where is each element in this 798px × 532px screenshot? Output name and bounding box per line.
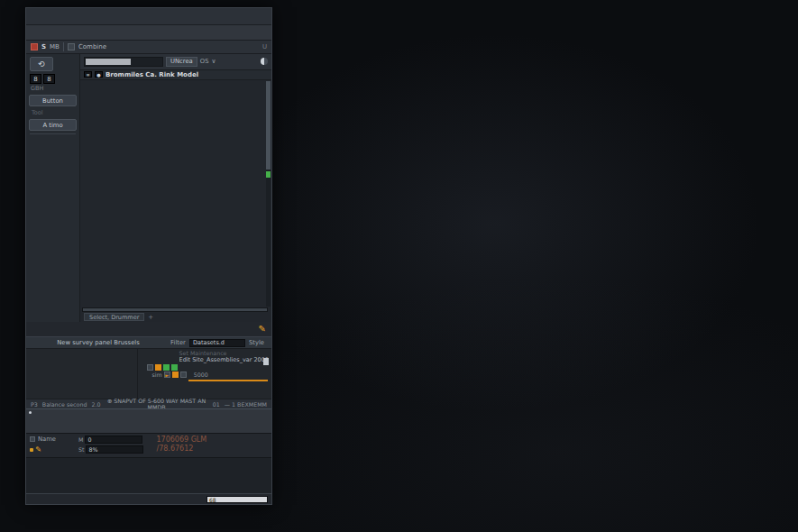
status-num: 2.0 [91, 401, 100, 408]
field-input[interactable]: 8% [86, 445, 143, 454]
bottom-panel-header: New survey panel Brussels Filter Dataset… [26, 337, 271, 349]
toggle-dot-icon[interactable]: ● [95, 71, 103, 78]
display-cell: 8 [43, 74, 55, 84]
toggle-list-icon[interactable]: ≡ [84, 71, 92, 78]
name-row: Name ✎ M 0 St 8% 1706069 GLM /78.67612 [26, 433, 271, 457]
readout-line2: /78.67612 [156, 445, 206, 454]
sim-label: sim [152, 371, 162, 378]
pencil-icon[interactable]: ✎ [35, 445, 41, 454]
detail-dim-text: Set Maintenance [179, 350, 269, 356]
progress-bar: 68 [206, 496, 268, 503]
right-label: U [262, 43, 267, 50]
field-key: St [78, 446, 84, 453]
tree-header: ≡ ● Brommiles Ca. Rink Model [80, 70, 271, 80]
field-m: M 0 [78, 436, 143, 444]
play-cell-icon[interactable]: ► [164, 371, 170, 378]
panel-gap: ✎ [26, 322, 271, 336]
refresh-button[interactable]: ⟲ [30, 57, 53, 71]
filter-label: Filter [170, 339, 186, 346]
tree-search-row: UNcrea OS ∨ [80, 54, 271, 70]
tree-footer: Select, Drummer + [80, 312, 271, 322]
footer-tab[interactable]: Select, Drummer [84, 313, 144, 321]
indicator-dot [29, 411, 32, 414]
style-label: Style [249, 339, 264, 346]
status-deg: 01 [213, 401, 220, 408]
menu-bar [26, 8, 271, 25]
status-selection: — 1 BEXMEMM [225, 401, 267, 408]
status-text: Balance second [42, 401, 87, 408]
tree-panel: UNcrea OS ∨ ≡ ● Brommiles Ca. Rink Model… [80, 54, 271, 322]
bottom-panel: New survey panel Brussels Filter Dataset… [26, 336, 271, 408]
count-value: 5000 [194, 371, 208, 378]
button-2[interactable]: A timo [29, 119, 77, 131]
tool-label: Tool [32, 109, 78, 116]
search-input[interactable] [84, 57, 163, 67]
detail-main-text: Edit Site_Assemblies_var 2000 [179, 356, 269, 363]
dropdown-uncrea[interactable]: UNcrea [166, 57, 197, 67]
os-label: OS [200, 58, 209, 65]
refresh-icon: ⟲ [38, 60, 45, 69]
dataset-detail: Set Maintenance Edit Site_Assemblies_var… [138, 349, 271, 399]
field-st: St 8% [78, 445, 143, 454]
green-cell[interactable] [171, 364, 178, 371]
detail-cells-row1 [147, 364, 269, 371]
tree-row-list [80, 80, 271, 307]
field-key: M [78, 436, 83, 443]
toolbar-secondary [26, 25, 271, 41]
field-input[interactable]: 0 [85, 436, 142, 444]
detail-cells-row2: sim ► 5000 [147, 371, 269, 378]
dataset-table [26, 349, 138, 399]
gbh-label: GBH [31, 85, 78, 92]
divider [30, 133, 76, 134]
combine-icon[interactable] [68, 43, 75, 50]
edit-pencil-icon[interactable]: ✎ [259, 324, 266, 334]
orange-cell[interactable] [155, 364, 161, 371]
status-mode: P3 [31, 401, 38, 408]
s-icon[interactable]: S [41, 43, 46, 50]
cell-icon[interactable] [180, 371, 187, 378]
mb-label: MB [50, 43, 60, 50]
filter-input[interactable]: Datasets.d [189, 339, 245, 347]
rail-display: 8 8 [30, 74, 78, 84]
status-bar: P3 Balance second 2.0 ⊕ SNAPVT OF 5-600 … [26, 399, 271, 408]
name-icon [30, 436, 35, 442]
orange-dot-icon [30, 448, 33, 452]
orange-cell[interactable] [172, 371, 179, 378]
document-icon[interactable] [263, 358, 269, 365]
scrollbar-green-marker [266, 171, 271, 178]
left-rail: ⟲ 8 8 GBH Button Tool A timo [26, 54, 80, 322]
vertical-scrollbar[interactable] [266, 81, 271, 307]
name-label: Name [38, 436, 56, 443]
readout-line1: 1706069 GLM [156, 436, 206, 445]
bottom-panel-title: New survey panel Brussels [30, 339, 167, 346]
progress-row: 68 [26, 493, 271, 504]
button-1[interactable]: Button [29, 95, 77, 106]
tree-title: Brommiles Ca. Rink Model [105, 71, 198, 78]
chevron-down-icon[interactable]: ∨ [211, 58, 216, 65]
search-progress [86, 59, 131, 65]
app-panel: S MB Combine U ⟲ 8 8 GBH Button Tool A t… [25, 7, 272, 505]
toolbar-tertiary: S MB Combine U [26, 41, 271, 54]
combine-label[interactable]: Combine [78, 43, 106, 50]
empty-dock-area [26, 457, 271, 493]
bottom-toolbar [26, 408, 271, 433]
orange-divider [188, 380, 268, 381]
progress-label: 68 [209, 497, 216, 504]
half-circle-icon[interactable] [261, 58, 268, 65]
display-cell: 8 [30, 74, 41, 84]
coordinate-readout: 1706069 GLM /78.67612 [156, 436, 206, 457]
cell-icon[interactable] [147, 364, 153, 371]
divider [63, 42, 64, 51]
scrollbar-thumb[interactable] [266, 81, 271, 170]
add-tab-icon[interactable]: + [148, 314, 153, 321]
red-marker-icon[interactable] [31, 43, 38, 50]
green-cell[interactable] [163, 364, 170, 371]
